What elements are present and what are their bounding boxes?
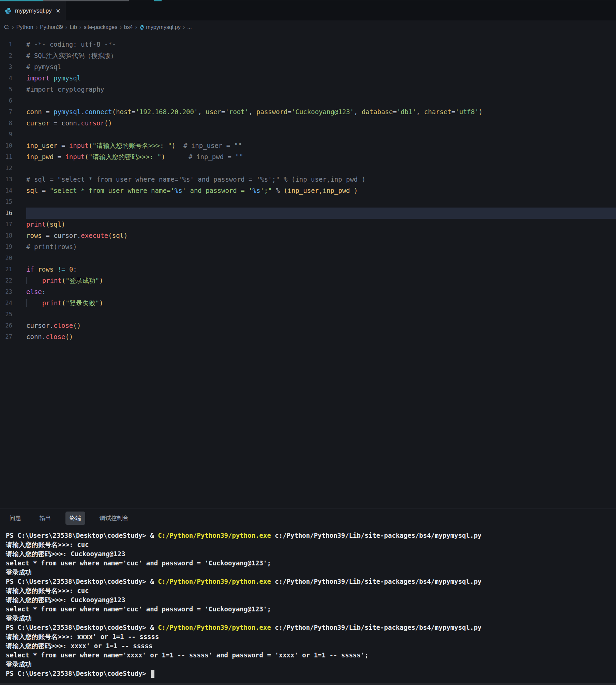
terminal[interactable]: PS C:\Users\23538\Desktop\codeStudy> & C… xyxy=(0,528,616,683)
code-token: = xyxy=(50,119,61,127)
code-line[interactable]: 3# pymysql xyxy=(0,61,616,73)
code-token: # SQL注入实验代码（模拟版） xyxy=(26,52,117,59)
breadcrumb-item[interactable]: mypymysql.py xyxy=(139,24,180,30)
code-line-content: print("登录成功") xyxy=(26,275,616,286)
code-token: %s xyxy=(253,187,260,194)
breadcrumb-label: Python39 xyxy=(40,24,63,30)
code-editor[interactable]: 1# -*- coding: utf-8 -*-2# SQL注入实验代码（模拟版… xyxy=(0,34,616,508)
panel-tab-item[interactable]: 输出 xyxy=(35,512,55,525)
terminal-line: 请输入您的账号名>>>: xxxx' or 1=1 -- sssss xyxy=(6,632,616,641)
code-token xyxy=(26,299,42,307)
breadcrumb-item[interactable]: C: xyxy=(4,24,10,30)
terminal-text: 登录成功 xyxy=(6,660,32,668)
terminal-text: 请输入您的账号名>>>: cuc xyxy=(6,541,89,548)
breadcrumb-item[interactable]: Python39 xyxy=(40,24,63,30)
terminal-line: select * from user where name='xxxx' or … xyxy=(6,651,616,660)
code-token: pymysql xyxy=(54,108,81,116)
code-token: #import cryptography xyxy=(26,86,104,93)
code-token: ( xyxy=(284,187,287,194)
code-line-content: print(sql) xyxy=(26,219,616,230)
code-line[interactable]: 12 xyxy=(0,163,616,174)
code-token: , xyxy=(416,108,424,116)
code-line[interactable]: 2# SQL注入实验代码（模拟版） xyxy=(0,50,616,61)
code-token: connect xyxy=(85,108,112,116)
code-token: # inp_pwd = "" xyxy=(189,153,243,161)
panel-tab-item[interactable]: 问题 xyxy=(5,512,25,525)
code-token: inp_pwd xyxy=(322,187,354,194)
code-line[interactable]: 24 print("登录失败") xyxy=(0,298,616,309)
code-line-content: inp_user = input("请输入您的账号名>>>: ") # inp_… xyxy=(26,140,616,151)
terminal-line: 登录成功 xyxy=(6,660,616,669)
code-line[interactable]: 16 xyxy=(0,208,616,219)
terminal-exe-path: C:/Python/Python39/python.exe xyxy=(158,624,271,631)
code-token: host xyxy=(116,108,132,116)
breadcrumb-item[interactable]: Python xyxy=(16,24,33,30)
terminal-line: 登录成功 xyxy=(6,568,616,577)
line-number: 24 xyxy=(0,298,12,309)
code-line[interactable]: 21if rows != 0: xyxy=(0,264,616,275)
breadcrumb-item[interactable]: ... xyxy=(187,24,192,30)
panel-tab-item[interactable]: 调试控制台 xyxy=(95,512,133,525)
code-line[interactable]: 20 xyxy=(0,253,616,264)
code-line[interactable]: 9 xyxy=(0,129,616,140)
code-token: = xyxy=(132,108,135,116)
code-token: cursor xyxy=(26,119,50,127)
breadcrumb-item[interactable]: site-packages xyxy=(84,24,117,30)
code-token: ( xyxy=(112,108,116,116)
code-line[interactable]: 23else: xyxy=(0,286,616,298)
code-line[interactable]: 8cursor = conn.cursor() xyxy=(0,118,616,129)
code-line[interactable]: 14sql = "select * from user where name='… xyxy=(0,185,616,196)
code-token: # sql = "select * from user where name='… xyxy=(26,176,365,183)
code-token: execute xyxy=(81,232,108,239)
panel-tab-active[interactable]: 终端 xyxy=(65,512,85,525)
code-line[interactable]: 18rows = cursor.execute(sql) xyxy=(0,230,616,241)
code-line[interactable]: 11inp_pwd = input("请输入您的密码>>>: ") # inp_… xyxy=(0,151,616,163)
terminal-line: PS C:\Users\23538\Desktop\codeStudy> & C… xyxy=(6,623,616,632)
code-line[interactable]: 19# print(rows) xyxy=(0,241,616,253)
code-line[interactable]: 5#import cryptography xyxy=(0,84,616,95)
breadcrumb-item[interactable]: bs4 xyxy=(124,24,133,30)
code-line[interactable]: 25 xyxy=(0,309,616,320)
code-token: inp_pwd xyxy=(26,153,54,161)
breadcrumb-label: site-packages xyxy=(84,24,117,30)
code-line[interactable]: 7conn = pymysql.connect(host='192.168.20… xyxy=(0,106,616,118)
code-token: : xyxy=(42,288,46,295)
breadcrumb-label: Python xyxy=(16,24,33,30)
code-token: sql xyxy=(112,232,124,239)
code-line[interactable]: 6 xyxy=(0,95,616,106)
code-line-content: print("登录失败") xyxy=(26,298,616,309)
breadcrumb-item[interactable]: Lib xyxy=(70,24,77,30)
code-token: ) xyxy=(99,299,103,307)
code-token: . xyxy=(77,119,81,127)
code-line[interactable]: 26cursor.close() xyxy=(0,320,616,331)
code-line[interactable]: 17print(sql) xyxy=(0,219,616,230)
terminal-text: PS C:\Users\23538\Desktop\codeStudy> & xyxy=(6,624,158,631)
code-line-content: #import cryptography xyxy=(26,84,616,95)
tab-mypymysql[interactable]: mypymysql.py ✕ xyxy=(0,1,65,20)
code-line[interactable]: 4import pymysql xyxy=(0,73,616,84)
code-token: . xyxy=(42,333,46,340)
code-line[interactable]: 27conn.close() xyxy=(0,331,616,342)
code-line-content xyxy=(26,95,616,106)
terminal-text: c:/Python/Python39/Lib/site-packages/bs4… xyxy=(271,578,482,585)
code-line[interactable]: 1# -*- coding: utf-8 -*- xyxy=(0,39,616,50)
code-line-content: sql = "select * from user where name='%s… xyxy=(26,185,616,196)
python-icon xyxy=(5,7,12,14)
terminal-cursor xyxy=(151,670,154,678)
code-token: , xyxy=(319,187,322,194)
code-line[interactable]: 15 xyxy=(0,196,616,208)
code-token: close xyxy=(46,333,65,340)
code-token: database xyxy=(362,108,393,116)
code-line[interactable]: 13# sql = "select * from user where name… xyxy=(0,174,616,185)
code-token: cursor xyxy=(81,119,104,127)
code-token: ( xyxy=(62,299,65,307)
code-line[interactable]: 22 print("登录成功") xyxy=(0,275,616,286)
terminal-text: 登录成功 xyxy=(6,614,32,622)
code-token: = xyxy=(393,108,396,116)
code-token: ' and password = ' xyxy=(182,187,253,194)
tab-close-icon[interactable]: ✕ xyxy=(55,7,61,15)
code-token: rows xyxy=(38,265,54,273)
code-line[interactable]: 10inp_user = input("请输入您的账号名>>>: ") # in… xyxy=(0,140,616,151)
code-token: user xyxy=(206,108,221,116)
code-token: () xyxy=(65,333,73,340)
